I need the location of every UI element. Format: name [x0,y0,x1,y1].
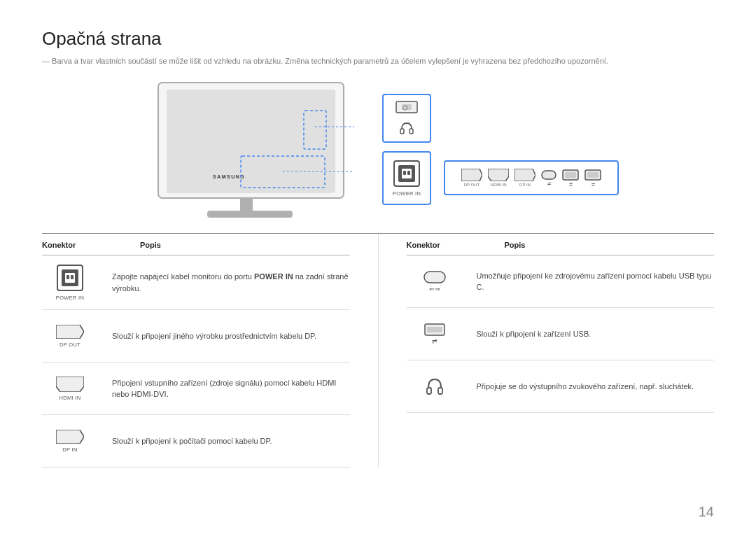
hdmi-in-description: Připojení vstupního zařízení (zdroje sig… [112,377,350,400]
usb-port-icon: ⬡ [396,101,418,113]
power-in-description: Zapojte napájecí kabel monitoru do portu… [112,271,350,294]
dp-in-table-icon [56,430,84,444]
svg-rect-37 [427,388,431,394]
power-socket-icon [393,160,421,188]
usb-c-port: ⇌ [541,170,556,186]
power-panel: POWER IN [382,151,431,205]
svg-marker-18 [461,169,482,181]
svg-rect-36 [427,327,442,332]
dp-in-description: Slouží k připojení k počítači pomocí kab… [112,435,350,447]
usb-a-icon-1 [562,169,579,181]
usb-a-port-2: ⇌ [584,169,601,187]
usb-a-description: Slouží k připojení k zařízení USB. [477,328,715,340]
main-ports-panel: DP OUT HDMI IN [444,160,619,195]
dp-out-table-icon [56,325,84,339]
hdmi-in-icon-cell: HDMI IN [42,371,98,406]
svg-marker-20 [514,169,536,181]
hdmi-in-cell-label: HDMI IN [59,395,81,401]
svg-rect-16 [403,171,406,175]
svg-marker-32 [56,377,84,392]
usb-audio-panel: ⬡ [382,94,431,143]
dp-out-icon [461,169,482,181]
svg-marker-31 [56,325,84,339]
table-row-dp-in: DP IN Slouží k připojení k počítači pomo… [42,415,350,468]
left-header-popis: Popis [140,241,161,249]
power-in-icon-cell: POWER IN [42,264,98,301]
diagram-area: SAMSUNG [42,79,714,219]
usb-a-port-1: ⇌ [562,169,579,187]
right-header-popis: Popis [505,241,526,249]
dp-out-icon-cell: DP OUT [42,318,98,353]
svg-text:⬡: ⬡ [402,104,408,111]
usb-c-table-icon [424,271,446,283]
table-left-header: Konektor Popis [42,234,350,255]
hdmi-in-port: HDMI IN [488,169,509,187]
table-row-hdmi-in: HDMI IN Připojení vstupního zařízení (zd… [42,363,350,415]
usb-c-description: Umožňuje připojení ke zdrojovému zařízen… [477,270,715,293]
svg-rect-25 [587,172,598,178]
table-left: Konektor Popis POWER IN Zapojte napá [42,234,378,468]
table-row-dp-out: DP OUT Slouží k připojení jiného výrobku… [42,310,350,363]
svg-rect-34 [424,272,445,283]
usb-c-icon [541,170,556,180]
table-row-power-in: POWER IN Zapojte napájecí kabel monitoru… [42,255,350,310]
svg-rect-12 [410,129,413,134]
hdmi-in-label: HDMI IN [491,183,507,187]
hdmi-icon [488,169,509,181]
svg-rect-1 [167,90,335,193]
svg-rect-29 [66,275,69,279]
svg-rect-17 [407,171,410,175]
connectors-table: Konektor Popis POWER IN Zapojte napá [42,233,714,468]
usb-a-icon-cell: ⇌ [407,316,463,351]
dp-out-label: DP OUT [464,183,480,187]
table-row-usb-c: ⇐⇒ Umožňuje připojení ke zdrojovému zaří… [407,255,715,308]
usb-c-icon-cell: ⇐⇒ [407,264,463,299]
left-header-konektor: Konektor [42,241,98,249]
table-row-headphone: Připojuje se do výstupního zvukového zař… [407,360,715,413]
power-in-label: POWER IN [393,190,421,197]
usb-a-icon-2 [584,169,601,181]
dp-in-port: DP IN [514,169,536,187]
svg-marker-33 [56,430,84,444]
svg-marker-19 [488,169,509,181]
page-title: Opačná strana [42,28,714,50]
dp-out-port: DP OUT [461,169,482,187]
headphone-description: Připojuje se do výstupního zvukového zař… [477,381,715,393]
headphone-icon-small [399,120,414,136]
svg-rect-21 [542,171,556,179]
svg-rect-2 [240,198,253,212]
table-right: Konektor Popis ⇐⇒ Umožňuje připojení ke … [378,234,715,468]
ports-row: DP OUT HDMI IN [451,169,612,187]
dp-in-cell-label: DP IN [62,447,77,453]
svg-rect-11 [400,129,404,134]
table-right-header: Konektor Popis [407,234,715,255]
dp-in-label: DP IN [519,183,531,187]
dp-out-cell-label: DP OUT [59,342,80,348]
svg-rect-38 [438,388,442,394]
dp-in-icon [514,169,536,181]
dp-out-description: Slouží k připojení jiného výrobku prostř… [112,330,350,342]
connector-panels: ⬡ [382,94,619,205]
hdmi-table-icon [56,377,84,392]
svg-rect-3 [207,211,293,218]
dp-in-icon-cell: DP IN [42,423,98,458]
right-header-konektor: Konektor [407,241,463,249]
monitor-illustration: SAMSUNG [137,79,375,219]
svg-rect-23 [565,172,576,178]
headphone-table-icon [426,377,444,396]
page-number: 14 [699,504,714,520]
svg-rect-30 [71,275,74,279]
power-in-cell-label: POWER IN [56,295,84,301]
page-subtitle: Barva a tvar vlastních součástí se může … [42,57,714,65]
page-container: Opačná strana Barva a tvar vlastních sou… [0,0,756,534]
monitor-svg: SAMSUNG [137,79,375,219]
headphone-icon-cell [407,369,463,404]
usb-a-table-icon [424,323,445,336]
table-row-usb-a: ⇌ Slouží k připojení k zařízení USB. [407,308,715,360]
power-in-icon [56,264,84,292]
